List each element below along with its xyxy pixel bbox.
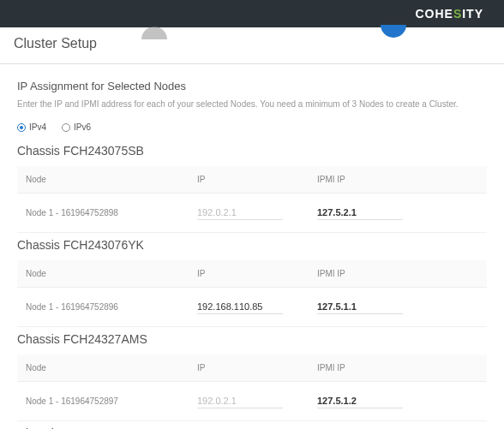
chassis-title: Chassis FCH243075SB xyxy=(17,144,487,158)
ip-input[interactable] xyxy=(197,394,283,408)
column-node: Node xyxy=(26,175,197,184)
node-label: Node 1 - 161964752898 xyxy=(26,208,197,217)
table-header: NodeIPIPMI IP xyxy=(17,355,487,382)
column-ipmi: IPMI IP xyxy=(317,175,478,184)
section-description: Enter the IP and IPMI address for each o… xyxy=(17,99,487,109)
ip-cell xyxy=(197,300,317,314)
column-ipmi: IPMI IP xyxy=(317,269,478,278)
ip-cell xyxy=(197,394,317,408)
brand-logo: COHESITY xyxy=(415,7,483,21)
radio-icon xyxy=(17,123,26,132)
chassis-title: Chassis FCH243076YK xyxy=(17,238,487,252)
ipv4-label: IPv4 xyxy=(29,122,46,132)
top-bar: COHESITY xyxy=(0,0,504,27)
content-area: IP Assignment for Selected Nodes Enter t… xyxy=(0,64,504,429)
ip-version-toggle: IPv4 IPv6 xyxy=(17,122,487,132)
chassis-title: Chassis FCH24327AMS xyxy=(17,332,487,346)
ipmi-input[interactable] xyxy=(317,206,403,220)
ipv6-option[interactable]: IPv6 xyxy=(62,122,91,132)
table-row: Node 1 - 161964752897 xyxy=(17,382,487,421)
ip-input[interactable] xyxy=(197,300,283,314)
column-ipmi: IPMI IP xyxy=(317,363,478,372)
table-row: Node 1 - 161964752896 xyxy=(17,288,487,327)
ip-cell xyxy=(197,206,317,220)
ipmi-cell xyxy=(317,394,478,408)
chassis-block: Chassis FCH243076YKNodeIPIPMI IPNode 1 -… xyxy=(17,238,487,327)
ip-input[interactable] xyxy=(197,206,283,220)
chassis-block: Chassis FCH24327AMSNodeIPIPMI IPNode 1 -… xyxy=(17,332,487,421)
column-ip: IP xyxy=(197,269,317,278)
column-ip: IP xyxy=(197,175,317,184)
table-header: NodeIPIPMI IP xyxy=(17,166,487,194)
ipmi-input[interactable] xyxy=(317,300,403,314)
ipmi-cell xyxy=(317,206,478,220)
page-title: Cluster Setup xyxy=(14,36,490,51)
node-label: Node 1 - 161964752897 xyxy=(26,396,197,406)
node-label: Node 1 - 161964752896 xyxy=(26,302,197,312)
table-header: NodeIPIPMI IP xyxy=(17,260,487,288)
ipv6-label: IPv6 xyxy=(74,122,91,132)
column-ip: IP xyxy=(197,363,317,372)
column-node: Node xyxy=(26,269,197,278)
chassis-block: Chassis FCH243075SBNodeIPIPMI IPNode 1 -… xyxy=(17,144,487,233)
table-row: Node 1 - 161964752898 xyxy=(17,194,487,233)
page-title-bar: Cluster Setup xyxy=(0,27,504,64)
section-title: IP Assignment for Selected Nodes xyxy=(17,80,487,92)
ipmi-cell xyxy=(317,300,478,314)
column-node: Node xyxy=(26,363,197,372)
ipv4-option[interactable]: IPv4 xyxy=(17,122,46,132)
ipmi-input[interactable] xyxy=(317,394,403,408)
radio-icon xyxy=(62,123,70,132)
